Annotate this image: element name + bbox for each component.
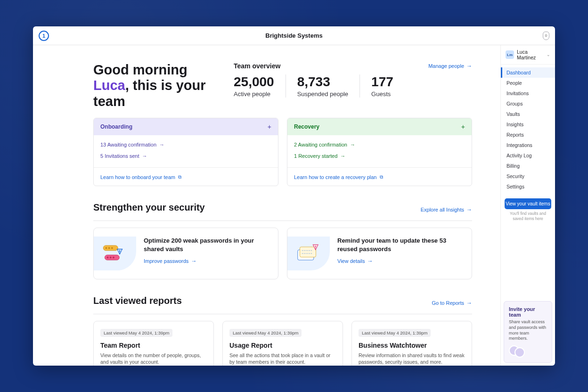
insight-title: Optimize 200 weak passwords in your shar… [144, 237, 270, 253]
external-link-icon: ⧉ [178, 174, 181, 180]
onboarding-awaiting-link[interactable]: 13 Awaiting confirmation → [100, 139, 271, 150]
sidebar-item-integrations[interactable]: Integrations [501, 140, 555, 150]
invite-team-promo[interactable]: Invite your team Share vault access and … [504, 301, 552, 363]
insight-title: Remind your team to update these 53 reus… [337, 237, 463, 253]
svg-point-3 [111, 247, 113, 249]
sidebar-item-dashboard[interactable]: Dashboard [501, 67, 555, 78]
report-card-watchtower: Last viewed May 4 2024, 1:39pm Business … [351, 321, 472, 366]
onboarding-invitations-link[interactable]: 5 Invitations sent → [100, 150, 271, 162]
svg-point-2 [108, 247, 110, 249]
recovery-started-link[interactable]: 1 Recovery started → [294, 150, 465, 162]
report-desc: Review information in shared vaults to f… [359, 352, 465, 365]
sidebar-item-security[interactable]: Security [501, 171, 555, 181]
reused-passwords-illustration [287, 237, 330, 270]
people-icon [509, 345, 525, 359]
promo-title: Invite your team [509, 306, 547, 318]
sidebar-item-people[interactable]: People [501, 78, 555, 88]
svg-point-6 [110, 257, 112, 259]
greeting-heading: Good morning Luca, this is your team [93, 62, 211, 109]
sidebar-item-groups[interactable]: Groups [501, 98, 555, 109]
arrow-right-icon: → [142, 153, 147, 159]
onboarding-add-button[interactable]: + [268, 123, 271, 131]
sidebar-item-insights[interactable]: Insights [501, 119, 555, 130]
svg-point-1 [105, 247, 107, 249]
recovery-learn-link[interactable]: Learn how to create a recovery plan ⧉ [294, 174, 383, 180]
report-card-team: Last viewed May 4 2024, 1:39pm Team Repo… [93, 321, 214, 366]
arrow-right-icon: → [350, 142, 355, 147]
sidebar-item-billing[interactable]: Billing [501, 161, 555, 171]
greeting-user-name: Luca [93, 78, 125, 93]
stat-active-people: 25,000 Active people [234, 74, 286, 98]
last-viewed-pill: Last viewed May 4 2024, 1:39pm [100, 329, 172, 337]
insight-weak-passwords: Optimize 200 weak passwords in your shar… [93, 228, 278, 279]
user-name: Luca Martinez [517, 49, 544, 60]
insight-reused-passwords: Remind your team to update these 53 reus… [287, 228, 472, 279]
report-desc: See all the actions that took place in a… [229, 352, 336, 365]
svg-point-5 [107, 257, 109, 259]
sidebar-item-reports[interactable]: Reports [501, 130, 555, 140]
sidebar-item-invitations[interactable]: Invitations [501, 88, 555, 98]
svg-point-9 [119, 253, 120, 253]
user-menu[interactable]: Lm Luca Martinez ⌄ [501, 45, 555, 65]
report-desc: View details on the number of people, gr… [100, 352, 207, 365]
last-viewed-pill: Last viewed May 4 2024, 1:39pm [359, 329, 431, 337]
arrow-right-icon: → [368, 258, 373, 264]
stat-suspended-people: 8,733 Suspended people [286, 74, 359, 98]
external-link-icon: ⧉ [380, 174, 383, 180]
chevron-down-icon: ⌄ [547, 52, 550, 57]
arrow-right-icon: → [466, 63, 472, 69]
svg-point-7 [113, 257, 114, 259]
recovery-awaiting-link[interactable]: 2 Awaiting confirmation → [294, 139, 465, 150]
improve-passwords-link[interactable]: Improve passwords → [144, 258, 196, 264]
overview-title: Team overview [234, 62, 280, 70]
notification-count: 0 [545, 33, 547, 38]
reports-section-title: Last viewed reports [93, 295, 182, 306]
report-title: Business Watchtower [359, 342, 465, 349]
recovery-add-button[interactable]: + [461, 123, 465, 131]
arrow-right-icon: → [466, 206, 472, 213]
sidebar-item-vaults[interactable]: Vaults [501, 109, 555, 119]
svg-point-15 [315, 248, 316, 249]
last-viewed-pill: Last viewed May 4 2024, 1:39pm [229, 329, 302, 337]
svg-rect-11 [300, 247, 316, 257]
recovery-card: Recovery + 2 Awaiting confirmation → 1 R… [287, 118, 472, 186]
sidebar-item-settings[interactable]: Settings [501, 181, 555, 192]
stat-guests: 177 Guests [359, 74, 405, 98]
manage-people-link[interactable]: Manage people → [428, 63, 472, 69]
notifications-bell-icon[interactable]: 0 [543, 32, 549, 40]
view-vault-items-button[interactable]: View your vault items [505, 198, 551, 209]
brand-logo-icon: 1 [39, 31, 49, 41]
onboarding-title: Onboarding [100, 123, 132, 130]
recovery-title: Recovery [294, 123, 319, 130]
sidebar-item-activity-log[interactable]: Activity Log [501, 150, 555, 161]
main-content: Good morning Luca, this is your team Tea… [33, 45, 500, 366]
top-bar: 1 Brightside Systems 0 [33, 26, 555, 45]
weak-passwords-illustration [94, 237, 136, 270]
report-card-usage: Last viewed May 4 2024, 1:39pm Usage Rep… [222, 321, 343, 366]
sidebar-nav: DashboardPeopleInvitationsGroupsVaultsIn… [501, 65, 555, 195]
account-title: Brightside Systems [265, 32, 322, 39]
app-window: 1 Brightside Systems 0 Good morning Luca… [33, 26, 555, 366]
team-overview: Team overview Manage people → 25,000 Act… [234, 62, 472, 98]
arrow-right-icon: → [191, 258, 196, 264]
onboarding-card: Onboarding + 13 Awaiting confirmation → … [93, 118, 278, 186]
report-title: Team Report [100, 342, 207, 349]
arrow-right-icon: → [340, 153, 345, 159]
vault-hint-text: You'll find vaults and saved items here [501, 211, 555, 225]
view-details-link[interactable]: View details → [337, 258, 373, 264]
goto-reports-link[interactable]: Go to Reports → [432, 300, 472, 306]
avatar: Lm [506, 50, 514, 59]
right-sidebar: Lm Luca Martinez ⌄ DashboardPeopleInvita… [500, 45, 555, 366]
arrow-right-icon: → [466, 300, 472, 306]
security-section-title: Strengthen your security [93, 202, 205, 213]
arrow-right-icon: → [159, 142, 164, 147]
explore-insights-link[interactable]: Explore all Insights → [421, 206, 472, 213]
onboarding-learn-link[interactable]: Learn how to onboard your team ⧉ [100, 174, 181, 180]
promo-desc: Share vault access and passwords with mo… [509, 319, 547, 342]
report-title: Usage Report [229, 342, 336, 349]
